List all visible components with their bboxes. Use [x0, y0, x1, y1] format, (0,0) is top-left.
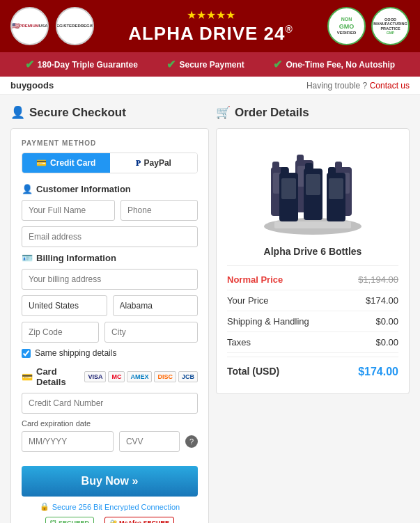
cvv-input[interactable]	[119, 431, 180, 452]
paypal-icon: 𝐏	[136, 159, 141, 168]
header-logo-area: 🇺🇸 PREMIUM USA FDA REGISTERED REGISTERED	[10, 7, 94, 45]
visa-logo: VISA	[84, 371, 106, 382]
shipping-row: Shipping & Handling $0.00	[227, 311, 398, 332]
cart-icon: 🛒	[216, 105, 231, 120]
your-price-value: $174.00	[366, 295, 398, 306]
expiry-cvv-row: ?	[22, 431, 198, 452]
header-center: ★★★★★ ALPHA DRIVE 24®	[128, 8, 293, 45]
total-row: Total (USD) $174.00	[227, 361, 398, 383]
product-name: Alpha Drive 6 Bottles	[227, 246, 398, 257]
trust-item-guarantee: ✔ 180-Day Triple Guarantee	[25, 58, 138, 71]
order-title: 🛒 Order Details	[216, 105, 410, 120]
product-svg	[257, 139, 368, 237]
zip-input[interactable]	[22, 322, 99, 343]
buy-now-button[interactable]: Buy Now »	[22, 466, 198, 497]
main-content: 👤 Secure Checkout PAYMENT METHOD 💳 Credi…	[0, 95, 420, 523]
normal-price-row: Normal Price $1,194.00	[227, 270, 398, 290]
check-icon-3: ✔	[273, 58, 282, 71]
svg-rect-3	[272, 162, 279, 170]
check-icon-1: ✔	[25, 58, 34, 71]
customer-info-title: 👤 Customer Information	[22, 184, 198, 194]
svg-rect-18	[328, 167, 336, 175]
shipping-value: $0.00	[375, 316, 398, 327]
shipping-label: Shipping & Handling	[227, 316, 309, 327]
city-input[interactable]	[104, 322, 198, 343]
your-price-row: Your Price $174.00	[227, 290, 398, 311]
lock-icon: 🔒	[40, 502, 49, 511]
trust-item-fee: ✔ One-Time Fee, No Autoship	[273, 58, 395, 71]
full-name-input[interactable]	[22, 200, 115, 221]
taxes-label: Taxes	[227, 337, 251, 348]
header-right-badges: NON GMO VERIFIED GOOD MANUFACTURING PRAC…	[327, 7, 410, 45]
total-label: Total (USD)	[227, 366, 279, 378]
jcb-logo: JCB	[178, 371, 198, 382]
star-rating: ★★★★★	[128, 8, 293, 22]
amex-logo: AMEX	[127, 371, 152, 382]
tab-paypal[interactable]: 𝐏 PayPal	[110, 153, 198, 173]
non-gmo-badge: NON GMO VERIFIED	[327, 7, 366, 45]
card-logos: VISA MC AMEX DISC JCB	[84, 371, 198, 382]
card-icon: 💳	[22, 372, 33, 382]
billing-address-row	[22, 269, 198, 290]
card-details-title: 💳 Card Details	[22, 366, 84, 387]
divider-2	[227, 357, 398, 357]
discover-logo: DISC	[154, 371, 176, 382]
svg-rect-19	[329, 178, 343, 199]
name-phone-row	[22, 200, 198, 221]
expiry-input[interactable]	[22, 431, 114, 452]
product-image	[227, 139, 398, 239]
phone-input[interactable]	[120, 200, 198, 221]
billing-info-title: 🪪 Billing Information	[22, 253, 198, 263]
checkout-panel: 👤 Secure Checkout PAYMENT METHOD 💳 Credi…	[10, 105, 209, 523]
mastercard-logo: MC	[108, 371, 125, 382]
svg-rect-16	[306, 174, 320, 195]
country-state-row: United States Alabama	[22, 295, 198, 316]
svg-rect-9	[335, 162, 342, 170]
card-number-input[interactable]	[22, 393, 198, 414]
mcafee-icon: 🔐	[109, 520, 117, 523]
order-panel: 🛒 Order Details	[209, 105, 410, 523]
trust-bar: ✔ 180-Day Triple Guarantee ✔ Secure Paym…	[0, 52, 420, 77]
svg-rect-1	[274, 221, 351, 228]
mcafee-badge: 🔐 McAfee SECURE	[104, 517, 174, 523]
contact-us-link[interactable]: Contact us	[370, 81, 410, 91]
buygoods-logo: buygoods	[10, 80, 54, 91]
state-select[interactable]: Alabama	[113, 295, 199, 316]
shield-icon: 🛡	[50, 520, 56, 523]
normal-price-label: Normal Price	[227, 274, 283, 285]
email-input[interactable]	[22, 226, 198, 247]
payment-method-label: PAYMENT METHOD	[22, 139, 198, 147]
buygoods-bar: buygoods Having trouble ? Contact us	[0, 77, 420, 95]
payment-tabs: 💳 Credit Card 𝐏 PayPal	[22, 153, 198, 173]
same-shipping-checkbox[interactable]	[22, 349, 31, 358]
taxes-row: Taxes $0.00	[227, 332, 398, 353]
same-shipping-label: Same shipping details	[35, 348, 116, 358]
checkout-box: PAYMENT METHOD 💳 Credit Card 𝐏 PayPal 👤 …	[10, 128, 209, 523]
your-price-label: Your Price	[227, 295, 269, 306]
total-value: $174.00	[358, 366, 398, 378]
billing-address-input[interactable]	[22, 269, 198, 290]
users-icon: 👤	[10, 105, 25, 120]
billing-icon: 🪪	[22, 253, 33, 263]
check-icon-2: ✔	[166, 58, 176, 71]
state-select-wrap: Alabama	[113, 295, 199, 316]
svg-rect-12	[281, 167, 288, 175]
zip-city-row	[22, 322, 198, 343]
same-shipping-row: Same shipping details	[22, 348, 198, 358]
credit-card-icon: 💳	[36, 158, 47, 168]
email-row	[22, 226, 198, 247]
usa-badge: 🇺🇸 PREMIUM USA	[10, 7, 49, 45]
person-icon: 👤	[22, 184, 33, 194]
cvv-help-icon[interactable]: ?	[185, 435, 198, 448]
tab-credit-card[interactable]: 💳 Credit Card	[22, 153, 110, 173]
header: 🇺🇸 PREMIUM USA FDA REGISTERED REGISTERED…	[0, 0, 420, 52]
divider-1	[227, 265, 398, 266]
brand-title: ALPHA DRIVE 24®	[128, 23, 293, 45]
svg-rect-6	[297, 155, 304, 163]
expiry-label: Card expiration date	[22, 419, 198, 428]
trouble-text: Having trouble ? Contact us	[306, 81, 410, 91]
checkout-title: 👤 Secure Checkout	[10, 105, 209, 120]
country-select[interactable]: United States	[22, 295, 107, 316]
card-number-row	[22, 393, 198, 414]
secured-badge: 🛡 SECURED	[45, 517, 94, 523]
